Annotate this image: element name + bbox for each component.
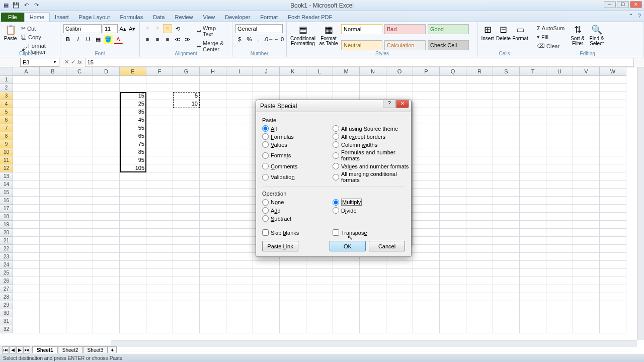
- cell[interactable]: [546, 197, 573, 205]
- cell[interactable]: [226, 205, 253, 213]
- row-header-26[interactable]: 26: [0, 277, 13, 285]
- cell[interactable]: [66, 293, 93, 301]
- cell[interactable]: [146, 116, 173, 124]
- cell[interactable]: [146, 197, 173, 205]
- cell[interactable]: [573, 116, 600, 124]
- cell[interactable]: [573, 261, 600, 269]
- cell[interactable]: [40, 261, 66, 269]
- cell[interactable]: [573, 301, 600, 309]
- select-all-corner[interactable]: [0, 67, 13, 76]
- cell[interactable]: [413, 261, 440, 269]
- cell[interactable]: [520, 116, 546, 124]
- cell[interactable]: [386, 84, 413, 92]
- cell[interactable]: [493, 317, 520, 325]
- cell[interactable]: [573, 92, 600, 100]
- cell[interactable]: [200, 164, 226, 172]
- cell[interactable]: [546, 92, 573, 100]
- row-header-4[interactable]: 4: [0, 100, 13, 108]
- cell[interactable]: [13, 309, 40, 317]
- cell[interactable]: [13, 261, 40, 269]
- cell[interactable]: [493, 293, 520, 301]
- cell[interactable]: [226, 189, 253, 197]
- cell[interactable]: [493, 245, 520, 253]
- cell[interactable]: [360, 277, 386, 285]
- close-button[interactable]: ✕: [630, 1, 642, 8]
- cell[interactable]: [173, 301, 200, 309]
- cell[interactable]: [520, 148, 546, 156]
- cell[interactable]: [200, 261, 226, 269]
- cell[interactable]: [413, 92, 440, 100]
- cell[interactable]: [440, 164, 466, 172]
- col-header-J[interactable]: J: [253, 67, 280, 76]
- cell[interactable]: [173, 325, 200, 333]
- col-header-E[interactable]: E: [120, 67, 146, 76]
- cell[interactable]: [120, 76, 146, 84]
- col-header-W[interactable]: W: [600, 67, 626, 76]
- cell[interactable]: [66, 261, 93, 269]
- cell[interactable]: [360, 76, 386, 84]
- cell[interactable]: [306, 309, 333, 317]
- cell[interactable]: [120, 221, 146, 229]
- cell[interactable]: [146, 124, 173, 132]
- cell[interactable]: [520, 124, 546, 132]
- cell[interactable]: [13, 197, 40, 205]
- cell[interactable]: [66, 164, 93, 172]
- cell[interactable]: [173, 180, 200, 189]
- cell[interactable]: [146, 221, 173, 229]
- cell[interactable]: [466, 269, 493, 277]
- sheet-nav-prev[interactable]: ◀: [9, 346, 16, 353]
- cell[interactable]: [226, 317, 253, 325]
- cell[interactable]: [573, 84, 600, 92]
- dialog-help-button[interactable]: ?: [383, 100, 396, 108]
- wrap-text-button[interactable]: ↩Wrap Text: [194, 24, 229, 38]
- cell[interactable]: [253, 92, 280, 100]
- cell[interactable]: [146, 100, 173, 108]
- dialog-titlebar[interactable]: Paste Special ? ✕: [256, 100, 411, 112]
- row-header-12[interactable]: 12: [0, 164, 13, 172]
- cell[interactable]: [573, 164, 600, 172]
- row-header-10[interactable]: 10: [0, 148, 13, 156]
- cell[interactable]: [573, 76, 600, 84]
- cell[interactable]: [173, 108, 200, 116]
- cell[interactable]: [546, 213, 573, 221]
- clear-button[interactable]: ⌫Clear: [534, 42, 567, 50]
- cell[interactable]: [146, 301, 173, 309]
- cell[interactable]: [520, 164, 546, 172]
- cell[interactable]: [200, 309, 226, 317]
- cell[interactable]: [40, 285, 66, 293]
- cell[interactable]: [520, 221, 546, 229]
- col-header-G[interactable]: G: [173, 67, 200, 76]
- cell[interactable]: [226, 164, 253, 172]
- cell[interactable]: [40, 213, 66, 221]
- enter-formula-icon[interactable]: ✓: [71, 59, 75, 65]
- cell[interactable]: [466, 92, 493, 100]
- cell[interactable]: [13, 156, 40, 164]
- cell[interactable]: [413, 116, 440, 124]
- cell[interactable]: [493, 84, 520, 92]
- cell[interactable]: [280, 285, 306, 293]
- cell[interactable]: [546, 245, 573, 253]
- row-header-23[interactable]: 23: [0, 253, 13, 261]
- col-header-L[interactable]: L: [306, 67, 333, 76]
- cell[interactable]: [280, 317, 306, 325]
- cell[interactable]: [360, 269, 386, 277]
- cell[interactable]: [413, 172, 440, 180]
- row-header-25[interactable]: 25: [0, 269, 13, 277]
- cell[interactable]: 15: [120, 92, 146, 100]
- cell[interactable]: [306, 261, 333, 269]
- cell[interactable]: [360, 285, 386, 293]
- cell[interactable]: [40, 277, 66, 285]
- cell[interactable]: [413, 197, 440, 205]
- cell[interactable]: [573, 205, 600, 213]
- cell[interactable]: [546, 261, 573, 269]
- cell[interactable]: [13, 180, 40, 189]
- cell[interactable]: [466, 108, 493, 116]
- cell[interactable]: [546, 140, 573, 148]
- cell[interactable]: [200, 140, 226, 148]
- cell[interactable]: [466, 277, 493, 285]
- cell[interactable]: [40, 140, 66, 148]
- cell[interactable]: [226, 245, 253, 253]
- col-header-D[interactable]: D: [93, 67, 120, 76]
- cell[interactable]: [360, 301, 386, 309]
- cell[interactable]: [440, 253, 466, 261]
